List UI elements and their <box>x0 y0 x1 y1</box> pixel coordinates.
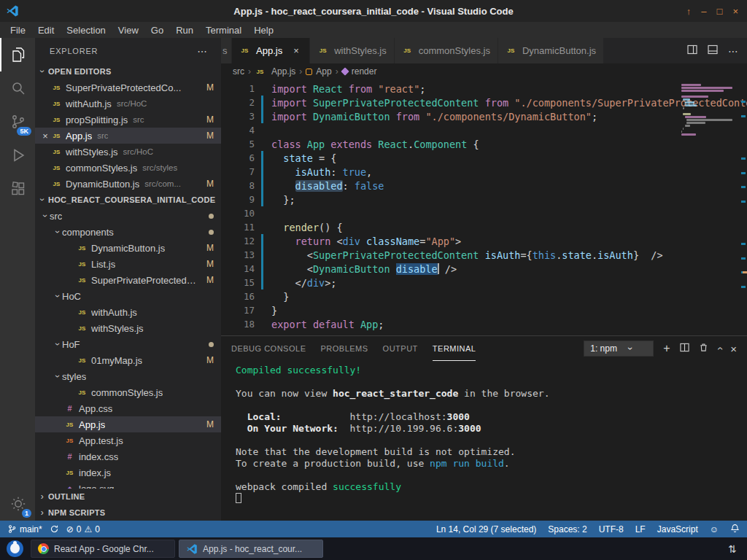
open-editor-item[interactable]: ×JSApp.jssrcM <box>35 128 221 144</box>
menu-go[interactable]: Go <box>145 23 169 37</box>
split-editor-icon[interactable] <box>687 44 697 57</box>
file-item-app.css[interactable]: #App.css <box>35 400 221 416</box>
breadcrumb-render[interactable]: render <box>352 66 377 77</box>
notifications-bell-icon[interactable] <box>730 524 740 535</box>
file-item-withstyles.js[interactable]: JSwithStyles.js <box>35 320 221 336</box>
file-item-index.js[interactable]: JSindex.js <box>35 464 221 481</box>
maximize-window-button[interactable]: □ <box>717 7 723 16</box>
breadcrumb-app[interactable]: App <box>316 66 331 77</box>
file-item-dynamicbutton.js[interactable]: JSDynamicButton.jsM <box>35 240 221 256</box>
cursor-position[interactable]: Ln 14, Col 29 (7 selected) <box>436 524 536 534</box>
close-tab-icon[interactable]: × <box>290 45 302 56</box>
menu-help[interactable]: Help <box>248 23 279 37</box>
breadcrumb-app.js[interactable]: App.js <box>271 66 295 77</box>
file-item-withauth.js[interactable]: JSwithAuth.js <box>35 304 221 320</box>
maximize-panel-icon[interactable]: › <box>713 347 725 351</box>
open-editor-item[interactable]: JSwithAuth.jssrc/HoC <box>35 96 221 112</box>
git-branch-indicator[interactable]: main* <box>7 524 42 534</box>
open-editor-item[interactable]: JSwithStyles.jssrc/HoC <box>35 144 221 160</box>
workspace-switcher-icon[interactable]: ⇅ <box>728 543 744 555</box>
npm-scripts-section[interactable]: › NPM SCRIPTS <box>35 505 221 521</box>
folder-item-hof[interactable]: ›HoF <box>35 336 221 352</box>
tab-app.js[interactable]: JSApp.js× <box>232 38 310 63</box>
source-control-icon[interactable]: 5K <box>0 105 35 139</box>
code-line: 18export default App; <box>221 317 747 331</box>
open-editors-section[interactable]: › OPEN EDITORS <box>35 63 221 79</box>
close-editor-icon[interactable]: × <box>39 131 51 141</box>
line-number: 10 <box>221 208 255 219</box>
panel-tab-output[interactable]: OUTPUT <box>383 336 418 361</box>
menu-selection[interactable]: Selection <box>61 23 111 37</box>
open-editor-item[interactable]: JSpropSplitting.jssrcM <box>35 112 221 128</box>
more-actions-icon[interactable]: ⋯ <box>728 45 738 57</box>
feedback-smiley-icon[interactable]: ☺ <box>710 524 719 534</box>
split-terminal-icon[interactable] <box>680 343 689 354</box>
problems-indicator[interactable]: ⊘ 0 ⚠ 0 <box>66 524 100 534</box>
run-debug-icon[interactable] <box>0 139 35 172</box>
status-bar: main* ⊘ 0 ⚠ 0 Ln 14, Col 29 (7 selected)… <box>0 521 747 537</box>
menu-view[interactable]: View <box>112 23 144 37</box>
file-item-superprivateprotectedcon...[interactable]: JSSuperPrivateProtectedCon...M <box>35 272 221 288</box>
file-item-logo.svg[interactable]: ◆logo.svg <box>35 481 221 489</box>
file-item-app.js[interactable]: JSApp.jsM <box>35 416 221 432</box>
manage-gear-icon[interactable]: 1 <box>0 487 35 521</box>
menu-file[interactable]: File <box>4 23 31 37</box>
minimap[interactable] <box>681 84 735 136</box>
code-line: 3import DynamicButton from "./components… <box>221 109 747 123</box>
tab-partial[interactable]: s <box>221 38 232 63</box>
extensions-icon[interactable] <box>0 172 35 206</box>
code-line: 15 </div>; <box>221 276 747 289</box>
folder-item-styles[interactable]: ›styles <box>35 368 221 384</box>
terminal-output[interactable]: Compiled successfully! You can now view … <box>221 361 747 521</box>
close-panel-icon[interactable]: × <box>730 343 737 355</box>
open-editor-item[interactable]: JScommonStyles.jssrc/styles <box>35 160 221 176</box>
tab-dynamicbutton.js[interactable]: JSDynamicButton.js <box>498 38 604 63</box>
new-terminal-icon[interactable]: + <box>663 343 670 354</box>
file-item-app.test.js[interactable]: JSApp.test.js <box>35 432 221 448</box>
file-item-index.css[interactable]: #index.css <box>35 448 221 464</box>
indentation-setting[interactable]: Spaces: 2 <box>548 524 587 534</box>
open-editor-item[interactable]: JSDynamicButton.jssrc/com...M <box>35 176 221 192</box>
tab-withstyles.js[interactable]: JSwithStyles.js <box>310 38 395 63</box>
folder-item-hoc[interactable]: ›HoC <box>35 288 221 304</box>
taskbar-window-button[interactable]: React App - Google Chr... <box>31 540 175 558</box>
close-window-button[interactable]: × <box>732 7 738 16</box>
file-item-01mymap.js[interactable]: JS01myMap.jsM <box>35 352 221 368</box>
applications-menu-icon[interactable] <box>7 540 23 557</box>
terminal-dropdown[interactable]: 1: npm › <box>584 341 654 357</box>
file-path: src/com... <box>144 179 181 188</box>
panel-tab-problems[interactable]: PROBLEMS <box>320 336 368 361</box>
taskbar-window-button[interactable]: App.js - hoc_react_cour... <box>179 540 323 558</box>
shade-window-button[interactable]: ↑ <box>686 7 692 16</box>
panel-tab-debug-console[interactable]: DEBUG CONSOLE <box>231 336 306 361</box>
explorer-more-icon[interactable]: ⋯ <box>197 45 208 57</box>
language-mode[interactable]: JavaScript <box>657 524 698 534</box>
folder-item-src[interactable]: ›src <box>35 208 221 224</box>
explorer-icon[interactable] <box>0 38 35 71</box>
chevron-down-icon: › <box>37 67 47 76</box>
outline-section[interactable]: › OUTLINE <box>35 489 221 505</box>
overview-ruler[interactable] <box>740 79 747 335</box>
eol-setting[interactable]: LF <box>635 524 646 534</box>
panel-tab-terminal[interactable]: TERMINAL <box>433 336 476 361</box>
code-editor[interactable]: 1import React from "react";2import Super… <box>221 79 747 335</box>
sync-changes-button[interactable] <box>50 524 59 534</box>
file-name: styles <box>62 371 86 382</box>
open-editor-item[interactable]: JSSuperPrivateProtectedCo...M <box>35 79 221 96</box>
folder-item-components[interactable]: ›components <box>35 224 221 240</box>
search-icon[interactable] <box>0 71 35 105</box>
menu-run[interactable]: Run <box>170 23 199 37</box>
file-name: SuperPrivateProtectedCon... <box>91 275 201 286</box>
kill-terminal-icon[interactable] <box>699 343 708 354</box>
menu-terminal[interactable]: Terminal <box>200 23 247 37</box>
minimize-window-button[interactable]: – <box>701 7 706 16</box>
menu-edit[interactable]: Edit <box>32 23 60 37</box>
encoding-setting[interactable]: UTF-8 <box>599 524 624 534</box>
layout-icon[interactable] <box>708 44 718 57</box>
manage-badge: 1 <box>22 509 31 518</box>
file-item-commonstyles.js[interactable]: JScommonStyles.js <box>35 384 221 400</box>
tab-commonstyles.js[interactable]: JScommonStyles.js <box>395 38 498 63</box>
workspace-section[interactable]: › HOC_REACT_COURSERA_INITIAL_CODE <box>35 192 221 208</box>
breadcrumb-src[interactable]: src <box>233 66 244 77</box>
file-item-list.js[interactable]: JSList.jsM <box>35 256 221 272</box>
